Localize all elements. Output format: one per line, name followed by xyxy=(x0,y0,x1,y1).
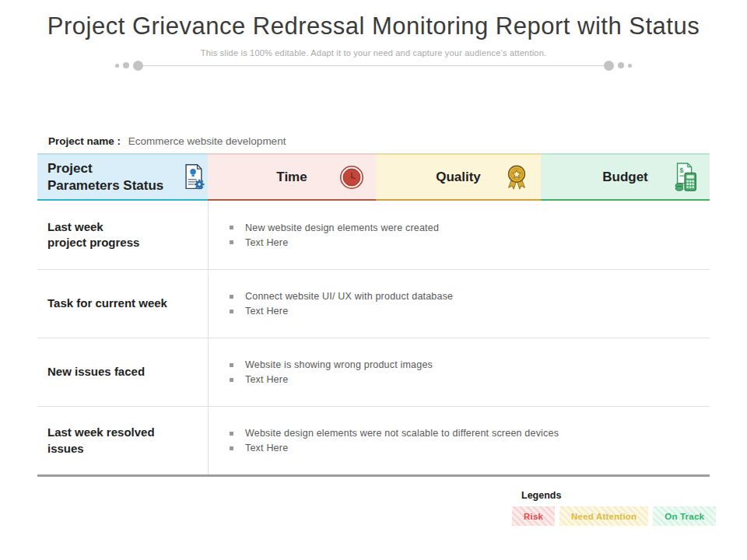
table-row: Last week project progress New website d… xyxy=(37,201,710,269)
list-item: Website is showing wrong product images xyxy=(230,359,710,370)
divider-line xyxy=(143,65,604,66)
row-content: New website design elements were created… xyxy=(208,201,710,269)
medal-icon xyxy=(502,162,531,193)
row-label: Last week resolved issues xyxy=(37,407,208,474)
row-label: Task for current week xyxy=(37,270,208,338)
bullet-text: Connect website UI/ UX with product data… xyxy=(245,291,453,302)
bullet-text: Website design elements were not scalabl… xyxy=(245,428,559,439)
svg-text:$: $ xyxy=(679,166,683,174)
bullet-text: New website design elements were created xyxy=(245,222,439,233)
legend-badge-need-attention: Need Attention xyxy=(559,506,648,526)
list-item: Text Here xyxy=(230,374,710,385)
bullet-text: Text Here xyxy=(245,306,288,317)
header-label: Time xyxy=(276,169,307,185)
project-name-line: Project name : Ecommerce website develop… xyxy=(48,135,286,147)
header-label: Project Parameters Status xyxy=(47,160,177,194)
legend-badge-on-track: On Track xyxy=(653,506,716,526)
legends: Legends Risk Need Attention On Track xyxy=(512,490,716,526)
page-subtitle: This slide is 100% editable. Adapt it to… xyxy=(0,48,747,58)
header-label: Quality xyxy=(436,169,481,185)
status-table: Project Parameters Status xyxy=(37,153,710,477)
header-label: Budget xyxy=(602,169,648,185)
row-content: Connect website UI/ UX with product data… xyxy=(208,270,710,338)
bullet-icon xyxy=(230,226,233,229)
bullet-text: Text Here xyxy=(245,443,288,453)
row-content: Website design elements were not scalabl… xyxy=(208,407,710,474)
bullet-text: Text Here xyxy=(245,237,288,248)
decor-dots-right xyxy=(604,61,632,71)
dot-icon xyxy=(123,62,129,68)
list-item: Connect website UI/ UX with product data… xyxy=(230,291,710,302)
project-name-label: Project name : xyxy=(48,135,121,147)
table-header-row: Project Parameters Status xyxy=(37,153,710,201)
project-name-value: Ecommerce website development xyxy=(128,135,286,147)
slide: Project Grievance Redressal Monitoring R… xyxy=(0,0,747,560)
header-cell-project-parameters: Project Parameters Status xyxy=(37,153,208,201)
list-item: Text Here xyxy=(230,306,710,317)
budget-calculator-icon: $ xyxy=(671,161,700,194)
document-gear-icon xyxy=(180,163,208,192)
list-item: Website design elements were not scalabl… xyxy=(230,428,710,439)
row-content: Website is showing wrong product images … xyxy=(208,338,710,406)
list-item: New website design elements were created xyxy=(230,222,710,233)
list-item: Text Here xyxy=(230,443,710,453)
table-row: New issues faced Website is showing wron… xyxy=(37,338,710,406)
legend-row: Risk Need Attention On Track xyxy=(512,506,716,526)
row-label: Last week project progress xyxy=(37,201,208,269)
legend-badge-risk: Risk xyxy=(512,506,555,526)
list-item: Text Here xyxy=(230,237,710,248)
legends-title: Legends xyxy=(521,490,716,501)
table-body: Last week project progress New website d… xyxy=(37,201,710,477)
bullet-icon xyxy=(230,432,233,436)
bullet-icon xyxy=(230,295,233,299)
dot-icon xyxy=(115,64,119,68)
bullet-text: Text Here xyxy=(245,374,288,385)
table-row: Last week resolved issues Website design… xyxy=(37,406,710,474)
table-row: Task for current week Connect website UI… xyxy=(37,269,710,338)
bullet-icon xyxy=(230,310,233,313)
bullet-icon xyxy=(230,378,233,382)
decor-dots-left xyxy=(115,61,143,71)
bullet-icon xyxy=(230,363,233,367)
page-title: Project Grievance Redressal Monitoring R… xyxy=(16,12,731,40)
row-label: New issues faced xyxy=(37,338,208,406)
dot-icon xyxy=(604,61,614,71)
dot-icon xyxy=(628,64,632,68)
dot-icon xyxy=(618,62,624,68)
header-cell-quality: Quality xyxy=(376,153,541,201)
header-cell-time: Time xyxy=(208,153,376,201)
bullet-icon xyxy=(230,446,233,450)
bullet-text: Website is showing wrong product images xyxy=(245,359,433,370)
header-cell-budget: Budget $ xyxy=(541,153,710,201)
title-divider-decoration xyxy=(115,59,632,72)
dot-icon xyxy=(133,61,143,71)
bullet-icon xyxy=(230,240,233,244)
stopwatch-icon xyxy=(337,163,366,192)
